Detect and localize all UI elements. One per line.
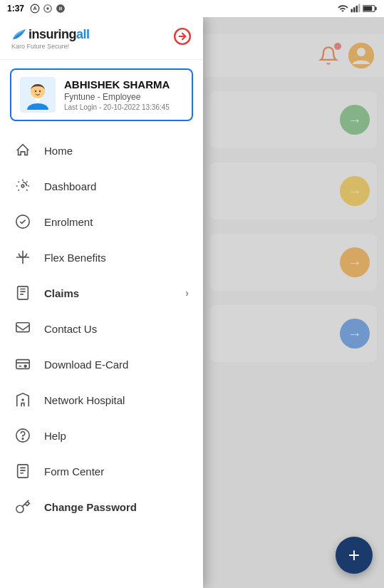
home-label: Home <box>44 145 189 157</box>
sidebar-item-flex-benefits[interactable]: Flex Benefits <box>0 239 203 275</box>
form-center-icon <box>14 463 31 480</box>
claims-icon <box>14 284 31 301</box>
enrolment-label: Enrolment <box>44 216 189 228</box>
home-icon <box>14 142 31 159</box>
claims-chevron-icon: › <box>185 287 189 299</box>
download-ecard-icon <box>14 356 31 373</box>
nav-drawer: insuringall Karo Future Secure! <box>0 17 203 588</box>
flex-benefits-label: Flex Benefits <box>44 252 189 264</box>
svg-rect-6 <box>358 4 360 13</box>
change-password-label: Change Password <box>44 501 189 513</box>
help-icon <box>14 427 31 444</box>
svg-rect-20 <box>16 360 29 369</box>
contact-us-label: Contact Us <box>44 323 189 335</box>
svg-point-17 <box>21 185 24 187</box>
logo: insuringall Karo Future Secure! <box>11 27 90 50</box>
network-hospital-label: Network Hospital <box>44 394 189 406</box>
svg-rect-18 <box>18 287 28 299</box>
sidebar-item-contact-us[interactable]: Contact Us <box>0 311 203 346</box>
sidebar-item-claims[interactable]: Claims › <box>0 275 203 311</box>
svg-rect-9 <box>363 6 372 11</box>
sidebar-item-enrolment[interactable]: Enrolment <box>0 204 203 239</box>
flex-benefits-icon <box>14 249 31 266</box>
sidebar-item-download-ecard[interactable]: Download E-Card <box>0 346 203 382</box>
enrolment-icon <box>14 213 31 230</box>
user-company: Fyntune - Employee <box>64 92 183 102</box>
svg-point-21 <box>24 365 26 367</box>
status-bar: 1:37 A <box>0 0 384 17</box>
svg-point-16 <box>39 91 41 92</box>
contact-us-icon <box>14 320 31 337</box>
nav-list: Home Dashboard Enrolment <box>0 130 203 588</box>
svg-rect-4 <box>353 7 355 12</box>
change-password-icon <box>14 498 31 515</box>
user-name: ABHISHEK SHARMA <box>64 78 183 91</box>
network-hospital-icon <box>14 391 31 408</box>
sidebar-item-change-password[interactable]: Change Password <box>0 489 203 525</box>
svg-point-15 <box>35 91 36 92</box>
logo-tagline: Karo Future Secure! <box>11 43 90 50</box>
svg-rect-3 <box>351 9 353 13</box>
drawer-header: insuringall Karo Future Secure! <box>0 17 203 60</box>
drawer-overlay[interactable] <box>203 17 384 588</box>
user-card: ABHISHEK SHARMA Fyntune - Employee Last … <box>10 68 193 121</box>
svg-point-23 <box>22 438 23 439</box>
claims-label: Claims <box>44 287 172 299</box>
svg-rect-8 <box>375 7 377 10</box>
svg-text:A: A <box>33 6 37 11</box>
svg-point-2 <box>46 7 49 10</box>
dashboard-label: Dashboard <box>44 180 189 192</box>
logo-wing-icon <box>11 28 27 41</box>
svg-rect-5 <box>356 6 358 12</box>
logout-button[interactable] <box>173 27 192 50</box>
user-last-login: Last Login - 20-10-2022 13:36:45 <box>64 103 183 111</box>
sidebar-item-help[interactable]: Help <box>0 418 203 453</box>
avatar <box>20 77 56 113</box>
dashboard-icon <box>14 177 31 195</box>
sidebar-item-dashboard[interactable]: Dashboard <box>0 168 203 204</box>
logo-text: insuringall <box>28 27 90 42</box>
download-ecard-label: Download E-Card <box>44 359 189 371</box>
sidebar-item-network-hospital[interactable]: Network Hospital <box>0 382 203 418</box>
sidebar-item-form-center[interactable]: Form Center <box>0 453 203 489</box>
help-label: Help <box>44 430 189 442</box>
status-icons <box>337 4 377 14</box>
form-center-label: Form Center <box>44 465 189 478</box>
user-info: ABHISHEK SHARMA Fyntune - Employee Last … <box>64 78 183 111</box>
status-time: 1:37 A <box>7 4 66 14</box>
fab-button[interactable]: + <box>336 537 373 574</box>
sidebar-item-home[interactable]: Home <box>0 133 203 168</box>
svg-rect-24 <box>18 465 28 478</box>
